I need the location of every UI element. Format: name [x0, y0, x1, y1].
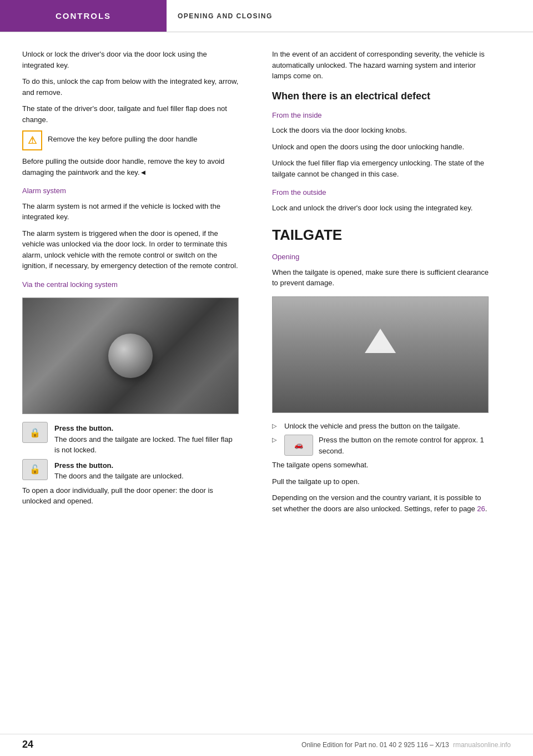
page-link[interactable]: 26 [477, 505, 485, 513]
remote-car-icon: 🚗 [284, 435, 313, 456]
footer-edition-text: Online Edition for Part no. 01 40 2 925 … [301, 741, 449, 749]
controls-title: CONTROLS [56, 11, 111, 21]
tailgate-image [272, 296, 489, 413]
outside-para: Lock and unlock the driver's door lock u… [272, 203, 489, 214]
page-footer: 24 Online Edition for Part no. 01 40 2 9… [0, 734, 533, 750]
press-btn1-sub: The doors and the tailgate are locked. T… [54, 435, 233, 455]
press-btn2-label: Press the button. [54, 461, 113, 470]
electrical-defect-title: When there is an electrical defect [272, 90, 489, 102]
tailgate-opens-text: The tailgate opens somewhat. [272, 460, 489, 471]
from-outside-title: From the outside [272, 187, 489, 198]
page-link-suffix: . [485, 505, 487, 513]
depending-para: Depending on the version and the country… [272, 492, 489, 514]
opening-para: When the tailgate is opened, make sure t… [272, 267, 489, 289]
page-header: CONTROLS OPENING AND CLOSING [0, 0, 533, 32]
central-locking-title: Via the central locking system [22, 279, 239, 290]
unlock-button-text: Press the button. The doors and the tail… [54, 459, 184, 482]
alarm-para1: The alarm system is not armed if the veh… [22, 201, 239, 223]
footer-text: Online Edition for Part no. 01 40 2 925 … [301, 741, 511, 749]
header-controls-label: CONTROLS [0, 0, 167, 32]
door-knob-image [22, 298, 239, 414]
alarm-system-title: Alarm system [22, 185, 239, 196]
para-cap-unlock: To do this, unlock the cap from below wi… [22, 76, 239, 98]
para-unlock-door: Unlock or lock the driver's door via the… [22, 49, 239, 70]
bullet-row-1: ▷ Unlock the vehicle and press the butto… [272, 421, 489, 432]
para-individual-door: To open a door individually, pull the do… [22, 485, 239, 507]
inside-para3: Unlock the fuel filler flap via emergenc… [272, 158, 489, 179]
bullet-arrow-1: ▷ [272, 421, 280, 430]
page-number: 24 [22, 739, 33, 750]
right-column: In the event of an accident of correspon… [255, 43, 511, 531]
alarm-para2: The alarm system is triggered when the d… [22, 228, 239, 271]
bullet-row-2: ▷ 🚗 Press the button on the remote contr… [272, 435, 489, 456]
footer-watermark: rmanualsonline.info [453, 741, 511, 749]
depending-para-text: Depending on the version and the country… [272, 493, 481, 513]
opening-closing-title: OPENING AND CLOSING [178, 12, 273, 20]
bullet-content-2: 🚗 Press the button on the remote control… [284, 435, 489, 456]
accident-para: In the event of an accident of correspon… [272, 49, 489, 82]
bullet-arrow-2: ▷ [272, 435, 280, 443]
tailgate-section-title: TAILGATE [272, 226, 489, 244]
unlock-button-icon: 🔓 [22, 459, 48, 480]
bullet2-text: Press the button on the remote control f… [319, 435, 489, 456]
para-state-door: The state of the driver's door, tailgate… [22, 103, 239, 125]
inside-para2: Unlock and open the doors using the door… [272, 142, 489, 153]
warning-icon: ⚠ [22, 130, 42, 150]
para-before-pulling: Before pulling the outside door handle, … [22, 156, 239, 178]
warning-text: Remove the key before pulling the door h… [48, 130, 198, 145]
press-btn2-sub: The doors and the tailgate are unlocked. [54, 472, 184, 480]
remote-button-row: 🚗 Press the button on the remote control… [284, 435, 489, 456]
opening-section-title: Opening [272, 251, 489, 263]
header-section-label: OPENING AND CLOSING [167, 0, 533, 32]
lock-button-row: 🔒 Press the button. The doors and the ta… [22, 422, 239, 456]
lock-button-icon: 🔒 [22, 422, 48, 443]
lock-button-text: Press the button. The doors and the tail… [54, 422, 239, 456]
unlock-button-row: 🔓 Press the button. The doors and the ta… [22, 459, 239, 482]
pull-tailgate-text: Pull the tailgate up to open. [272, 476, 489, 487]
bullet-content-1: Unlock the vehicle and press the button … [284, 421, 460, 432]
press-btn1-label: Press the button. [54, 424, 113, 432]
from-inside-title: From the inside [272, 110, 489, 121]
inside-para1: Lock the doors via the door locking knob… [272, 125, 489, 136]
warning-box: ⚠ Remove the key before pulling the door… [22, 130, 239, 150]
main-content: Unlock or lock the driver's door via the… [0, 32, 533, 531]
left-column: Unlock or lock the driver's door via the… [0, 43, 255, 531]
